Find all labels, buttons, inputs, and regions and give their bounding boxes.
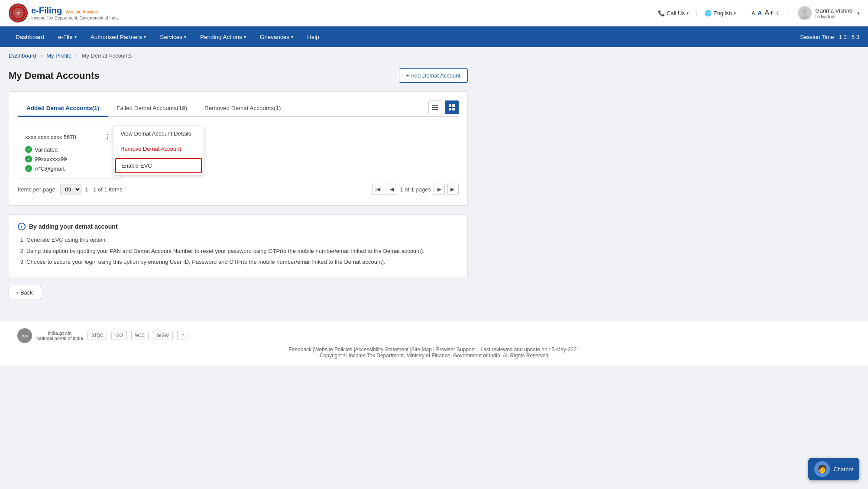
user-area[interactable]: Garima Vishnoi Individual ▾ [798, 6, 859, 20]
svg-rect-11 [452, 108, 455, 110]
language-selector[interactable]: 🌐 English ▾ [705, 10, 744, 16]
session-time: Session Time 1 3 : 5 3 [800, 34, 859, 40]
tab-failed[interactable]: Failed Demat Accounts(19) [108, 100, 196, 117]
enable-evc-option[interactable]: Enable EVC [115, 158, 202, 173]
footer-links: Feedback |Website Policies |Accessibilit… [17, 347, 851, 353]
validated-check-icon: ✓ [25, 146, 32, 153]
info-point-3: Choose to secure your login using this o… [26, 258, 459, 266]
nav-help[interactable]: Help [300, 26, 326, 47]
call-us-caret: ▾ [687, 11, 689, 16]
globe-icon: 🌐 [705, 10, 712, 16]
three-dots-menu[interactable]: ⋮ [101, 132, 114, 142]
user-info: Garima Vishnoi Individual [815, 7, 854, 19]
items-per-page-select[interactable]: 09 18 27 [60, 185, 81, 194]
tabs-row: Added Demat Accounts(1) Failed Demat Acc… [18, 100, 459, 117]
session-label: Session Time [800, 34, 834, 40]
top-bar: IT e-Filing Anytime Anytime Income Tax D… [0, 0, 868, 26]
partners-caret: ▾ [144, 35, 146, 39]
font-small-button[interactable]: A [752, 10, 755, 16]
pagination-right: |◀ ◀ 1 of 1 pages ▶ ▶| [372, 184, 459, 195]
contrast-button[interactable]: ☾ [776, 10, 782, 16]
grid-view-button[interactable] [445, 100, 459, 114]
view-controls [428, 100, 459, 116]
view-demat-details-option[interactable]: View Demat Account Details [113, 126, 204, 141]
svg-rect-5 [432, 105, 438, 106]
nav-grievances[interactable]: Grievances ▾ [253, 26, 300, 47]
services-caret: ▾ [184, 35, 186, 39]
main-card: Added Demat Accounts(1) Failed Demat Acc… [9, 91, 468, 206]
language-label: English [713, 10, 732, 16]
demat-phone: 99xxxxxxx99 [35, 156, 67, 162]
page-info: 1 of 1 pages [400, 186, 431, 193]
svg-text:GOI: GOI [22, 334, 28, 338]
avatar [798, 6, 812, 20]
lang-caret: ▾ [734, 11, 736, 16]
page-content: My Demat Accounts + Add Demat Account Ad… [0, 64, 476, 312]
prev-page-button[interactable]: ◀ [386, 184, 397, 195]
breadcrumb-myprofile[interactable]: My Profile [46, 52, 71, 59]
demat-email-row: ✓ A*C@gmail. [25, 165, 114, 172]
info-list: Generate EVC using this option. Using th… [18, 236, 459, 266]
footer-cert-5: ✓ [177, 331, 188, 340]
breadcrumb: Dashboard › My Profile › My Demat Accoun… [0, 47, 868, 64]
demat-status: Validated [35, 146, 58, 153]
next-page-button[interactable]: ▶ [434, 184, 445, 195]
nav-authorised-partners[interactable]: Authorised Partners ▾ [84, 26, 153, 47]
demat-card: xxxx xxxx xxxx 5678 ⋮ ✓ Validated ✓ 99xx… [18, 126, 122, 178]
add-demat-account-button[interactable]: + Add Demat Account [399, 68, 468, 83]
user-role: Individual [815, 14, 854, 19]
nav-pending-actions[interactable]: Pending Actions ▾ [193, 26, 253, 47]
footer-reviewed: Last reviewed and update on : 5-May-2021 [480, 347, 579, 353]
footer-main: GOI india.gov.in national portal of indi… [17, 328, 851, 343]
footer-cert-3: W3C [131, 331, 149, 340]
nav-services[interactable]: Services ▾ [153, 26, 193, 47]
svg-rect-9 [452, 104, 455, 107]
info-point-1: Generate EVC using this option. [26, 236, 459, 244]
footer-links-text: Feedback |Website Policies |Accessibilit… [288, 347, 475, 353]
efiling-tagline: Anytime Anytime [66, 10, 98, 14]
grievances-caret: ▾ [291, 35, 293, 39]
efile-caret: ▾ [74, 35, 77, 39]
footer-emblem: GOI [17, 328, 32, 343]
info-point-2: Using this option by quoting your PAN an… [26, 247, 459, 256]
font-medium-button[interactable]: A [758, 10, 762, 16]
demat-phone-row: ✓ 99xxxxxxx99 [25, 155, 114, 162]
info-box: i By adding your demat account Generate … [9, 214, 468, 277]
breadcrumb-current: My Demat Accounts [82, 52, 132, 59]
footer: GOI india.gov.in national portal of indi… [0, 321, 868, 366]
call-us-label: Call Us [667, 10, 685, 16]
india-gov-logo: india.gov.in national portal of india [36, 330, 83, 341]
user-name: Garima Vishnoi [815, 7, 854, 14]
phone-icon: 📞 [658, 10, 665, 16]
info-box-title: i By adding your demat account [18, 223, 459, 230]
india-gov-text: india.gov.in [48, 330, 71, 336]
items-per-page-label: Items per page: [18, 186, 57, 193]
breadcrumb-sep2: › [76, 52, 78, 59]
svg-text:IT: IT [16, 11, 20, 16]
remove-demat-option[interactable]: Remove Demat Account [113, 141, 204, 156]
svg-rect-10 [449, 108, 451, 110]
pagination-bar: Items per page: 09 18 27 1 - 1 of 1 item… [18, 178, 459, 197]
demat-card-header: xxxx xxxx xxxx 5678 ⋮ [25, 132, 114, 142]
tab-added[interactable]: Added Demat Accounts(1) [18, 100, 108, 117]
logo-text: e-Filing Anytime Anytime Income Tax Depa… [31, 6, 119, 20]
svg-rect-7 [432, 109, 438, 110]
call-us-button[interactable]: 📞 Call Us ▾ [658, 10, 697, 16]
india-gov-sub: national portal of india [36, 336, 83, 341]
tab-removed[interactable]: Removed Demat Accounts(1) [196, 100, 289, 117]
nav-bar: Dashboard e-File ▾ Authorised Partners ▾… [0, 26, 868, 47]
pending-caret: ▾ [244, 35, 246, 39]
pagination-left: Items per page: 09 18 27 1 - 1 of 1 item… [18, 185, 122, 194]
first-page-button[interactable]: |◀ [372, 184, 383, 195]
last-page-button[interactable]: ▶| [447, 184, 459, 195]
list-view-button[interactable] [428, 100, 442, 114]
email-check-icon: ✓ [25, 165, 32, 172]
info-icon: i [18, 223, 26, 230]
page-title: My Demat Accounts [9, 70, 99, 81]
nav-efile[interactable]: e-File ▾ [51, 26, 84, 47]
font-large-button[interactable]: A+ [764, 9, 774, 17]
nav-dashboard[interactable]: Dashboard [9, 26, 51, 47]
back-button[interactable]: ‹ Back [9, 286, 41, 299]
breadcrumb-dashboard[interactable]: Dashboard [9, 52, 36, 59]
page-header: My Demat Accounts + Add Demat Account [9, 68, 468, 83]
